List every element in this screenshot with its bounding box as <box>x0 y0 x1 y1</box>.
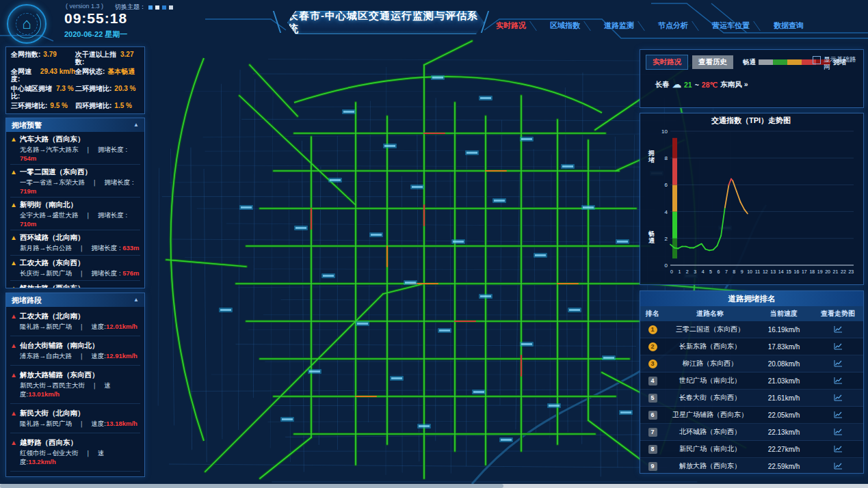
road-route: 长庆街→新民广场 <box>20 269 79 277</box>
warning-triangle-icon: ▲ <box>10 439 17 446</box>
list-item[interactable]: ▲越野路（西向东）红领巾街→创业大街 ｜ 速度:13.2km/h <box>10 433 140 472</box>
nav-item-6[interactable]: 数据查询 <box>767 19 811 32</box>
show-basemap-label: 显示基础路网 <box>824 55 858 70</box>
trend-chart-icon[interactable] <box>834 462 843 471</box>
list-item[interactable]: ▲工农大路（东向西）长庆街→新民广场 ｜ 拥堵长度 : 576m <box>10 256 140 281</box>
trend-chart-icon[interactable] <box>834 445 843 454</box>
list-item[interactable]: ▲解放大路（西向东）建设街→万宝街 ｜ 拥堵长度 : 459m <box>10 281 140 288</box>
tab-view-history[interactable]: 查看历史 <box>692 55 733 69</box>
metric-label: 拥堵长度 : <box>91 244 122 252</box>
collapse-arrow-icon[interactable]: ▲ <box>133 118 139 132</box>
trend-chart-icon[interactable] <box>834 428 843 437</box>
list-item[interactable]: ▲解放大路辅路（东向西）新民大街→西民主大街 ｜ 速度:13.01km/h <box>10 366 140 404</box>
checkbox-icon[interactable] <box>813 56 821 64</box>
list-item[interactable]: ▲工农大路（北向南）隆礼路→新民广场 ｜ 速度:12.01km/h <box>10 307 140 336</box>
road-name-cell: 解放大路（西向东） <box>665 461 755 471</box>
congestion-warning-list: ▲汽车大路（西向东）无名路→汽车大路东 ｜ 拥堵长度 : 754m▲一零二国道（… <box>6 132 144 288</box>
road-route: 隆礼路→新民广场 <box>20 323 79 330</box>
metric-label: 拥堵长度 : <box>98 211 127 219</box>
weather-low: 21 <box>684 81 692 89</box>
speed-cell: 22.59km/h <box>755 463 813 470</box>
stat-item: 四环拥堵比:1.5 % <box>75 102 140 112</box>
stat-label: 全网指数: <box>11 51 40 58</box>
svg-text:14: 14 <box>778 269 784 274</box>
svg-text:4: 4 <box>702 269 705 274</box>
rank-cell: 6 <box>640 411 665 420</box>
speed-cell: 22.05km/h <box>755 411 813 419</box>
scrollbar-thumb[interactable] <box>0 484 503 488</box>
trend-chart-icon[interactable] <box>834 342 843 351</box>
collapse-arrow-icon[interactable]: ▲ <box>133 293 139 307</box>
trend-chart-icon[interactable] <box>834 394 843 403</box>
road-ranking-panel: 道路拥堵排名 排名道路名称当前速度查看走势图 1三零二国道（东向西）16.19k… <box>640 290 864 474</box>
rank-badge: 1 <box>648 325 657 334</box>
table-row[interactable]: 1三零二国道（东向西）16.19km/h <box>640 321 863 338</box>
list-item[interactable]: ▲仙台大街辅路（南向北）浦东路→自由大路 ｜ 速度:12.91km/h <box>10 336 140 366</box>
nav-item-4[interactable]: 节点分析 <box>651 19 695 32</box>
stat-label: 全网状态: <box>75 68 105 75</box>
speed-cell: 22.13km/h <box>755 429 813 436</box>
road-name-cell: 三零二国道（东向西） <box>665 325 755 334</box>
rank-badge: 3 <box>648 360 657 368</box>
road-name: 解放大路（西向东） <box>20 284 85 288</box>
horizontal-scrollbar[interactable] <box>0 484 868 488</box>
nav-item-2[interactable]: 区域指数 <box>543 19 587 32</box>
table-row[interactable]: 4世纪广场（南向北）21.03km/h <box>640 372 863 390</box>
svg-text:15: 15 <box>786 269 791 274</box>
trend-chart-icon[interactable] <box>834 411 843 420</box>
table-row[interactable]: 6卫星广场辅路（西向东）22.05km/h <box>640 407 863 424</box>
metric-value: 754m <box>20 154 36 162</box>
road-name-cell: 长新东路（西向东） <box>665 342 755 351</box>
road-route: 无名路→汽车大路东 <box>20 146 85 153</box>
rank-badge: 7 <box>648 428 657 437</box>
svg-text:22: 22 <box>841 269 846 274</box>
road-route: 全宇大路→盛世大路 <box>20 211 85 219</box>
table-row[interactable]: 7北环城路（东向西）22.13km/h <box>640 424 863 441</box>
metric-value: 13.18km/h <box>106 420 137 427</box>
stat-item: 全网速度:29.43 km/h <box>11 68 75 83</box>
svg-text:0: 0 <box>670 269 673 274</box>
rank-cell: 3 <box>640 360 665 368</box>
stat-label: 二环拥堵比: <box>75 85 111 92</box>
nav-item-1[interactable]: 实时路况 <box>489 19 533 32</box>
show-basemap-checkbox[interactable]: 显示基础路网 <box>813 55 858 70</box>
ranking-header-cell: 当前速度 <box>755 309 813 318</box>
table-row[interactable]: 3柳江路（东向西）20.08km/h <box>640 355 863 372</box>
nav-item-3[interactable]: 道路监测 <box>597 19 641 32</box>
theme-swatch-icon[interactable] <box>148 5 153 10</box>
svg-text:2: 2 <box>686 269 689 274</box>
road-detail-row: 无名路→汽车大路东 ｜ 拥堵长度 : 754m <box>20 146 140 162</box>
home-button[interactable]: ⌂ <box>7 4 47 44</box>
table-row[interactable]: 2长新东路（西向东）17.83km/h <box>640 338 863 355</box>
trend-chart-icon[interactable] <box>834 325 843 334</box>
weather-row[interactable]: 长春 ☁ 21 ~ 28℃ 东南风 » <box>640 70 863 90</box>
trend-cell <box>813 325 863 334</box>
table-row[interactable]: 8新民广场（南向北）22.27km/h <box>640 441 863 458</box>
theme-swatch-icon[interactable] <box>169 5 173 10</box>
road-route: 一零一省道→东荣大路 <box>20 178 92 186</box>
trend-chart-icon[interactable] <box>834 360 843 368</box>
theme-swatch-icon[interactable] <box>162 5 166 10</box>
rank-badge: 5 <box>648 394 657 403</box>
warning-triangle-icon: ▲ <box>10 169 17 176</box>
list-item[interactable]: ▲西环城路（北向南）新月路→长白公路 ｜ 拥堵长度 : 633m <box>10 230 140 256</box>
theme-swatch-icon[interactable] <box>155 5 159 10</box>
nav-item-5[interactable]: 营运车位置 <box>705 19 757 32</box>
tab-live-traffic[interactable]: 实时路况 <box>646 55 688 70</box>
list-item[interactable]: ▲新明街（南向北）全宇大路→盛世大路 ｜ 拥堵长度 : 710m <box>10 198 140 230</box>
stat-value: 3.79 <box>43 51 56 58</box>
road-name: 一零二国道（东向西） <box>20 167 92 177</box>
top-navigation: 实时路况区域指数道路监测节点分析营运车位置数据查询 <box>489 19 811 32</box>
speed-cell: 22.27km/h <box>755 446 813 453</box>
list-item[interactable]: ▲汽车大路（西向东）无名路→汽车大路东 ｜ 拥堵长度 : 754m <box>10 132 140 165</box>
table-row[interactable]: 5长春大街（东向西）21.61km/h <box>640 390 863 407</box>
warning-triangle-icon: ▲ <box>10 313 17 320</box>
trend-chart-icon[interactable] <box>834 377 843 385</box>
list-item[interactable]: ▲新民大街（北向南）隆礼路→新民广场 ｜ 速度:13.18km/h <box>10 404 140 433</box>
list-item[interactable]: ▲一零二国道（东向西）一零一省道→东荣大路 ｜ 拥堵长度 : 719m <box>10 165 140 198</box>
svg-text:8: 8 <box>733 269 735 274</box>
list-item[interactable]: ▲南阳路（东向西）和平大街→春城大街 ｜ 速度:13.24km/h <box>10 472 140 477</box>
table-row[interactable]: 9解放大路（西向东）22.59km/h <box>640 458 863 474</box>
separator: ｜ <box>79 244 92 252</box>
separator: ｜ <box>85 449 98 457</box>
